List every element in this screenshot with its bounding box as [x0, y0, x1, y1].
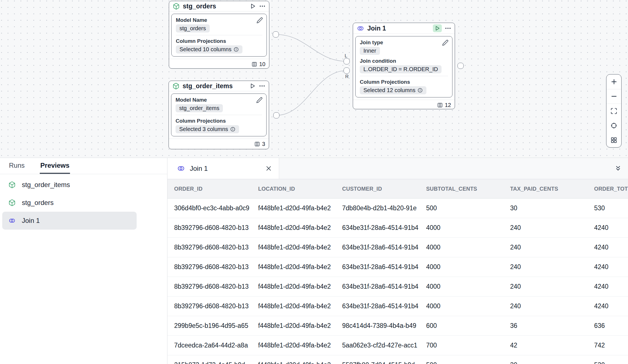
edit-icon[interactable]	[256, 97, 263, 103]
model-cube-icon	[172, 83, 179, 90]
table-cell: 8b392796-d608-4820-b13	[167, 244, 251, 251]
table-row: 8b392796-d608-4820-b13f448bfe1-d20d-49fa…	[167, 277, 628, 297]
table-cell: 634be31f-28a6-4514-91b4	[335, 244, 419, 251]
model-name-chip[interactable]: stg_order_items	[176, 104, 223, 112]
table-cell: 7dceedca-2a64-44d2-a8a	[167, 342, 251, 349]
node-menu-button[interactable]	[445, 25, 451, 31]
table-cell: 500	[419, 361, 503, 364]
node-footer: 10	[169, 59, 269, 69]
table-row: 215b873-1d73-4e45-b9df448bfe1-d20d-49fa-…	[167, 355, 628, 364]
preview-area: Join 1 ORDER_IDLOCATION_IDCUSTOMER_IDSUB…	[167, 158, 628, 364]
join-condition-chip[interactable]: L.ORDER_ID = R.ORDER_ID	[360, 65, 442, 73]
fit-view-button[interactable]	[606, 104, 621, 118]
table-cell: 500	[419, 204, 503, 212]
handle-join-output[interactable]	[457, 63, 464, 69]
node-stg-order-items[interactable]: stg_order_items Model Name stg_order_ite…	[169, 81, 269, 149]
preview-tab-join-1[interactable]: Join 1	[167, 158, 279, 179]
table-cell: 98c414d4-7389-4b4a-b49	[335, 322, 419, 330]
table-header-row: ORDER_IDLOCATION_IDCUSTOMER_IDSUBTOTAL_C…	[167, 179, 628, 199]
table-cell: 36	[503, 322, 587, 330]
node-title: stg_order_items	[183, 82, 246, 90]
node-join-1[interactable]: Join 1 Join type Inner Join condition L.…	[353, 23, 455, 109]
table-cell: 4240	[587, 224, 628, 232]
play-icon	[249, 83, 256, 89]
column-header: SUBTOTAL_CENTS	[419, 185, 503, 192]
model-cube-icon	[8, 199, 16, 206]
column-header: ORDER_ID	[167, 185, 251, 192]
zoom-in-button[interactable]	[606, 74, 621, 89]
handle-join-right-input[interactable]	[344, 67, 350, 74]
node-header: Join 1	[353, 23, 455, 34]
pipeline-canvas[interactable]: stg_orders Model Name stg_orders Column …	[0, 0, 628, 158]
handle-stg-order-items-output[interactable]	[273, 112, 279, 118]
model-name-chip[interactable]: stg_orders	[176, 24, 210, 32]
node-menu-button[interactable]	[259, 83, 265, 89]
join-venn-icon	[8, 217, 16, 224]
list-item-stg-order-items[interactable]: stg_order_items	[2, 176, 137, 194]
list-item-join-1[interactable]: Join 1	[2, 212, 137, 230]
table-cell: 634be31f-28a6-4514-91b4	[335, 302, 419, 310]
table-cell: 306d4bf0-ec3c-4abb-a0c9	[167, 204, 251, 212]
table-cell: f448bfe1-d20d-49fa-b4e2	[251, 263, 335, 271]
table-cell: f448bfe1-d20d-49fa-b4e2	[251, 302, 335, 310]
run-node-button[interactable]	[249, 83, 256, 89]
node-menu-button[interactable]	[259, 3, 265, 9]
tab-previews[interactable]: Previews	[40, 158, 70, 174]
handle-stg-orders-output[interactable]	[273, 31, 279, 38]
column-count: 12	[445, 102, 451, 108]
table-cell: 30	[503, 204, 587, 212]
table-cell: 4000	[419, 244, 503, 251]
edge-items-to-join	[276, 71, 347, 115]
close-preview-button[interactable]	[265, 165, 272, 172]
table-cell: 4240	[587, 302, 628, 310]
table-cell: 4000	[419, 283, 503, 290]
center-view-button[interactable]	[606, 118, 621, 133]
node-title: stg_orders	[183, 3, 246, 10]
table-cell: f448bfe1-d20d-49fa-b4e2	[251, 224, 335, 232]
node-stg-orders[interactable]: stg_orders Model Name stg_orders Column …	[169, 1, 269, 69]
node-footer: 12	[353, 100, 455, 110]
overview-grid-button[interactable]	[606, 133, 621, 147]
chevrons-down-icon	[614, 165, 622, 172]
table-cell: 240	[503, 302, 587, 310]
list-item-label: stg_orders	[22, 199, 53, 207]
table-cell: 8b392796-d608-4820-b13	[167, 302, 251, 310]
run-node-button[interactable]	[249, 3, 256, 10]
table-cell: 4240	[587, 263, 628, 271]
model-name-label: Model Name	[176, 17, 262, 23]
table-row: 8b392796-d608-4820-b13f448bfe1-d20d-49fa…	[167, 238, 628, 257]
table-cell: f448bfe1-d20d-49fa-b4e2	[251, 322, 335, 330]
list-item-stg-orders[interactable]: stg_orders	[2, 194, 137, 212]
table-row: 306d4bf0-ec3c-4abb-a0c9f448bfe1-d20d-49f…	[167, 199, 628, 218]
node-title: Join 1	[367, 25, 430, 32]
table-body: 306d4bf0-ec3c-4abb-a0c9f448bfe1-d20d-49f…	[167, 199, 628, 364]
columns-icon	[251, 61, 257, 67]
table-row: 8b392796-d608-4820-b13f448bfe1-d20d-49fa…	[167, 218, 628, 238]
edit-icon[interactable]	[442, 39, 449, 46]
column-projections-chip[interactable]: Selected 12 columns	[360, 86, 426, 94]
collapse-panel-button[interactable]	[614, 158, 622, 179]
table-cell: 42	[503, 342, 587, 349]
minus-icon	[610, 93, 618, 100]
column-projections-chip[interactable]: Selected 10 columns	[176, 45, 242, 53]
node-properties-card: Model Name stg_order_items Column Projec…	[171, 94, 267, 136]
ellipsis-icon	[259, 83, 265, 89]
column-projections-chip[interactable]: Selected 3 columns	[176, 125, 239, 133]
table-cell: 634be31f-28a6-4514-91b4	[335, 224, 419, 232]
table-row: 299b9e5c-b196-4d95-a65f448bfe1-d20d-49fa…	[167, 316, 628, 336]
zoom-out-button[interactable]	[606, 89, 621, 104]
table-cell: f448bfe1-d20d-49fa-b4e2	[251, 204, 335, 212]
model-cube-icon	[8, 181, 16, 188]
edit-icon[interactable]	[256, 17, 263, 24]
table-cell: 634be31f-28a6-4514-91b4	[335, 263, 419, 271]
table-row: 7dceedca-2a64-44d2-a8af448bfe1-d20d-49fa…	[167, 336, 628, 355]
sidebar-tab-bar: Runs Previews	[0, 158, 167, 174]
join-type-chip[interactable]: Inner	[360, 47, 380, 55]
handle-join-left-input[interactable]	[344, 58, 350, 64]
preview-sidebar: Runs Previews stg_order_items stg_o	[0, 158, 167, 364]
run-node-button[interactable]	[433, 24, 442, 32]
tab-runs[interactable]: Runs	[8, 158, 25, 174]
preview-tabstrip: Join 1	[167, 158, 628, 179]
table-cell: 240	[503, 283, 587, 290]
table-cell: 4000	[419, 302, 503, 310]
